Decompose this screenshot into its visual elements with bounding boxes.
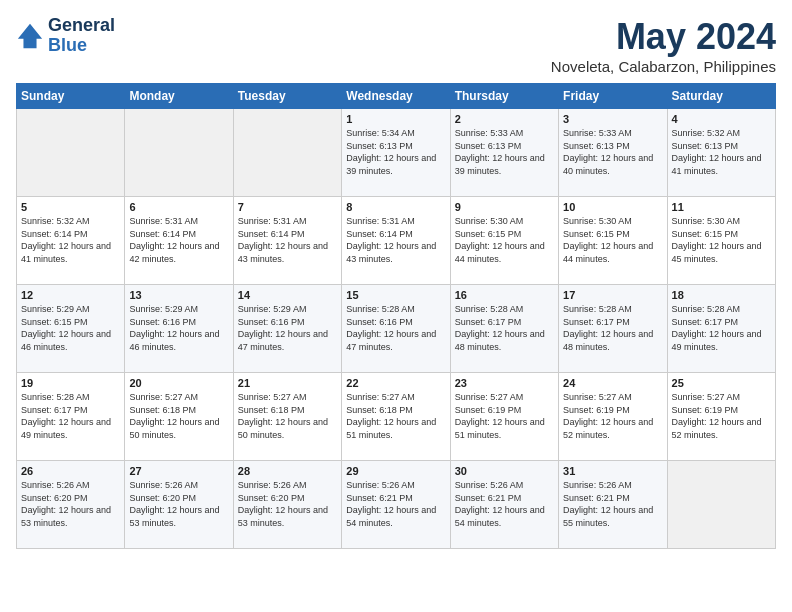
- day-sun-info: Sunrise: 5:26 AMSunset: 6:21 PMDaylight:…: [346, 479, 445, 529]
- calendar-cell: 28Sunrise: 5:26 AMSunset: 6:20 PMDayligh…: [233, 461, 341, 549]
- calendar-week-row: 12Sunrise: 5:29 AMSunset: 6:15 PMDayligh…: [17, 285, 776, 373]
- logo-text: General Blue: [48, 16, 115, 56]
- calendar-cell: 9Sunrise: 5:30 AMSunset: 6:15 PMDaylight…: [450, 197, 558, 285]
- day-number: 15: [346, 289, 445, 301]
- day-number: 24: [563, 377, 662, 389]
- day-number: 22: [346, 377, 445, 389]
- day-number: 2: [455, 113, 554, 125]
- day-sun-info: Sunrise: 5:33 AMSunset: 6:13 PMDaylight:…: [563, 127, 662, 177]
- day-sun-info: Sunrise: 5:26 AMSunset: 6:21 PMDaylight:…: [563, 479, 662, 529]
- day-number: 14: [238, 289, 337, 301]
- svg-marker-0: [18, 24, 42, 48]
- day-sun-info: Sunrise: 5:28 AMSunset: 6:17 PMDaylight:…: [21, 391, 120, 441]
- calendar-cell: 30Sunrise: 5:26 AMSunset: 6:21 PMDayligh…: [450, 461, 558, 549]
- calendar-cell: 16Sunrise: 5:28 AMSunset: 6:17 PMDayligh…: [450, 285, 558, 373]
- calendar-cell: 12Sunrise: 5:29 AMSunset: 6:15 PMDayligh…: [17, 285, 125, 373]
- day-sun-info: Sunrise: 5:29 AMSunset: 6:16 PMDaylight:…: [238, 303, 337, 353]
- day-number: 13: [129, 289, 228, 301]
- day-number: 27: [129, 465, 228, 477]
- day-sun-info: Sunrise: 5:32 AMSunset: 6:13 PMDaylight:…: [672, 127, 771, 177]
- day-sun-info: Sunrise: 5:31 AMSunset: 6:14 PMDaylight:…: [346, 215, 445, 265]
- title-area: May 2024 Noveleta, Calabarzon, Philippin…: [551, 16, 776, 75]
- calendar-cell: [17, 109, 125, 197]
- day-number: 5: [21, 201, 120, 213]
- calendar-cell: 2Sunrise: 5:33 AMSunset: 6:13 PMDaylight…: [450, 109, 558, 197]
- day-number: 21: [238, 377, 337, 389]
- day-sun-info: Sunrise: 5:31 AMSunset: 6:14 PMDaylight:…: [129, 215, 228, 265]
- day-number: 23: [455, 377, 554, 389]
- calendar-cell: 5Sunrise: 5:32 AMSunset: 6:14 PMDaylight…: [17, 197, 125, 285]
- calendar-cell: 8Sunrise: 5:31 AMSunset: 6:14 PMDaylight…: [342, 197, 450, 285]
- day-number: 4: [672, 113, 771, 125]
- calendar-cell: 15Sunrise: 5:28 AMSunset: 6:16 PMDayligh…: [342, 285, 450, 373]
- day-sun-info: Sunrise: 5:27 AMSunset: 6:19 PMDaylight:…: [455, 391, 554, 441]
- calendar-cell: 10Sunrise: 5:30 AMSunset: 6:15 PMDayligh…: [559, 197, 667, 285]
- day-number: 10: [563, 201, 662, 213]
- day-number: 12: [21, 289, 120, 301]
- calendar-cell: 31Sunrise: 5:26 AMSunset: 6:21 PMDayligh…: [559, 461, 667, 549]
- day-number: 7: [238, 201, 337, 213]
- calendar-cell: 25Sunrise: 5:27 AMSunset: 6:19 PMDayligh…: [667, 373, 775, 461]
- day-number: 1: [346, 113, 445, 125]
- calendar-cell: 27Sunrise: 5:26 AMSunset: 6:20 PMDayligh…: [125, 461, 233, 549]
- weekday-header: Sunday: [17, 84, 125, 109]
- day-number: 28: [238, 465, 337, 477]
- day-number: 19: [21, 377, 120, 389]
- calendar-week-row: 26Sunrise: 5:26 AMSunset: 6:20 PMDayligh…: [17, 461, 776, 549]
- day-number: 17: [563, 289, 662, 301]
- calendar-cell: 17Sunrise: 5:28 AMSunset: 6:17 PMDayligh…: [559, 285, 667, 373]
- calendar-cell: 1Sunrise: 5:34 AMSunset: 6:13 PMDaylight…: [342, 109, 450, 197]
- day-sun-info: Sunrise: 5:34 AMSunset: 6:13 PMDaylight:…: [346, 127, 445, 177]
- day-sun-info: Sunrise: 5:28 AMSunset: 6:17 PMDaylight:…: [455, 303, 554, 353]
- weekday-header: Tuesday: [233, 84, 341, 109]
- day-number: 29: [346, 465, 445, 477]
- header: General Blue May 2024 Noveleta, Calabarz…: [16, 16, 776, 75]
- day-sun-info: Sunrise: 5:27 AMSunset: 6:18 PMDaylight:…: [346, 391, 445, 441]
- calendar-subtitle: Noveleta, Calabarzon, Philippines: [551, 58, 776, 75]
- day-sun-info: Sunrise: 5:26 AMSunset: 6:20 PMDaylight:…: [21, 479, 120, 529]
- day-sun-info: Sunrise: 5:28 AMSunset: 6:17 PMDaylight:…: [563, 303, 662, 353]
- calendar-cell: 3Sunrise: 5:33 AMSunset: 6:13 PMDaylight…: [559, 109, 667, 197]
- calendar-title: May 2024: [551, 16, 776, 58]
- calendar-cell: 14Sunrise: 5:29 AMSunset: 6:16 PMDayligh…: [233, 285, 341, 373]
- calendar-week-row: 5Sunrise: 5:32 AMSunset: 6:14 PMDaylight…: [17, 197, 776, 285]
- day-sun-info: Sunrise: 5:28 AMSunset: 6:16 PMDaylight:…: [346, 303, 445, 353]
- day-sun-info: Sunrise: 5:26 AMSunset: 6:20 PMDaylight:…: [129, 479, 228, 529]
- calendar-cell: 22Sunrise: 5:27 AMSunset: 6:18 PMDayligh…: [342, 373, 450, 461]
- weekday-header-row: SundayMondayTuesdayWednesdayThursdayFrid…: [17, 84, 776, 109]
- calendar-cell: 6Sunrise: 5:31 AMSunset: 6:14 PMDaylight…: [125, 197, 233, 285]
- calendar-cell: 7Sunrise: 5:31 AMSunset: 6:14 PMDaylight…: [233, 197, 341, 285]
- day-sun-info: Sunrise: 5:27 AMSunset: 6:18 PMDaylight:…: [129, 391, 228, 441]
- day-number: 30: [455, 465, 554, 477]
- day-sun-info: Sunrise: 5:33 AMSunset: 6:13 PMDaylight:…: [455, 127, 554, 177]
- day-sun-info: Sunrise: 5:30 AMSunset: 6:15 PMDaylight:…: [672, 215, 771, 265]
- day-number: 11: [672, 201, 771, 213]
- day-number: 16: [455, 289, 554, 301]
- day-sun-info: Sunrise: 5:31 AMSunset: 6:14 PMDaylight:…: [238, 215, 337, 265]
- calendar-cell: [125, 109, 233, 197]
- day-sun-info: Sunrise: 5:30 AMSunset: 6:15 PMDaylight:…: [455, 215, 554, 265]
- calendar-cell: 24Sunrise: 5:27 AMSunset: 6:19 PMDayligh…: [559, 373, 667, 461]
- weekday-header: Thursday: [450, 84, 558, 109]
- day-sun-info: Sunrise: 5:32 AMSunset: 6:14 PMDaylight:…: [21, 215, 120, 265]
- day-sun-info: Sunrise: 5:29 AMSunset: 6:15 PMDaylight:…: [21, 303, 120, 353]
- calendar-cell: 23Sunrise: 5:27 AMSunset: 6:19 PMDayligh…: [450, 373, 558, 461]
- weekday-header: Saturday: [667, 84, 775, 109]
- day-sun-info: Sunrise: 5:30 AMSunset: 6:15 PMDaylight:…: [563, 215, 662, 265]
- logo: General Blue: [16, 16, 115, 56]
- calendar-cell: 4Sunrise: 5:32 AMSunset: 6:13 PMDaylight…: [667, 109, 775, 197]
- calendar-week-row: 1Sunrise: 5:34 AMSunset: 6:13 PMDaylight…: [17, 109, 776, 197]
- day-sun-info: Sunrise: 5:27 AMSunset: 6:18 PMDaylight:…: [238, 391, 337, 441]
- calendar-week-row: 19Sunrise: 5:28 AMSunset: 6:17 PMDayligh…: [17, 373, 776, 461]
- day-sun-info: Sunrise: 5:28 AMSunset: 6:17 PMDaylight:…: [672, 303, 771, 353]
- calendar-table: SundayMondayTuesdayWednesdayThursdayFrid…: [16, 83, 776, 549]
- calendar-cell: [233, 109, 341, 197]
- calendar-cell: 18Sunrise: 5:28 AMSunset: 6:17 PMDayligh…: [667, 285, 775, 373]
- calendar-cell: 21Sunrise: 5:27 AMSunset: 6:18 PMDayligh…: [233, 373, 341, 461]
- day-number: 18: [672, 289, 771, 301]
- calendar-cell: [667, 461, 775, 549]
- calendar-cell: 11Sunrise: 5:30 AMSunset: 6:15 PMDayligh…: [667, 197, 775, 285]
- day-sun-info: Sunrise: 5:29 AMSunset: 6:16 PMDaylight:…: [129, 303, 228, 353]
- day-sun-info: Sunrise: 5:27 AMSunset: 6:19 PMDaylight:…: [672, 391, 771, 441]
- weekday-header: Friday: [559, 84, 667, 109]
